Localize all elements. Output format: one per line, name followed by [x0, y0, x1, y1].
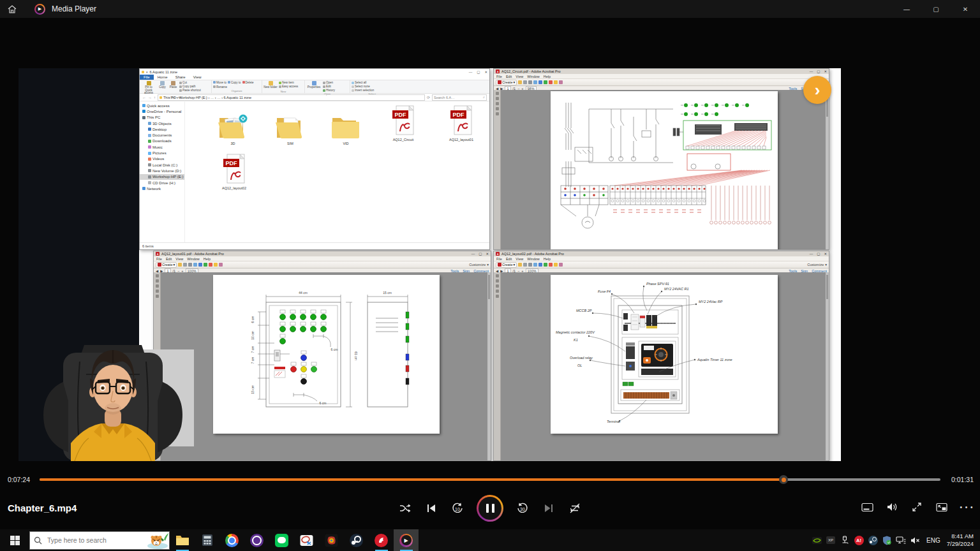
paste-shortcut-button[interactable]: Paste shortcut [179, 89, 201, 92]
menu-file[interactable]: File [156, 257, 162, 261]
taskbar-media-player[interactable]: ▶ [394, 529, 419, 551]
defender-tray-icon[interactable] [882, 535, 892, 545]
search-input[interactable] [46, 536, 131, 545]
sidebar-item-onedrive[interactable]: OneDrive - Personal [140, 108, 184, 114]
sidebar-item-network[interactable]: Network [140, 186, 184, 191]
menu-file[interactable]: File [496, 257, 502, 261]
email-icon[interactable] [193, 263, 197, 267]
shuffle-button[interactable] [398, 501, 412, 515]
acrobat-maximize[interactable]: ▢ [479, 252, 482, 256]
taskbar-obs[interactable] [244, 529, 269, 551]
stamp-icon[interactable] [209, 263, 212, 267]
menu-edit[interactable]: Edit [506, 75, 512, 78]
stamp-icon[interactable] [549, 263, 553, 267]
usb-tray-icon[interactable] [840, 535, 850, 545]
comment-icon[interactable] [544, 263, 547, 267]
tab-view[interactable]: View [189, 75, 205, 80]
clock[interactable]: 8:41 AM 7/29/2024 [947, 533, 976, 548]
progress-thumb[interactable] [779, 475, 788, 484]
taskbar-game-app[interactable] [319, 529, 344, 551]
sidebar-item-this-pc[interactable]: This PC [140, 115, 184, 121]
copy-to-button[interactable]: Copy to [228, 81, 241, 84]
forward-icon[interactable]: → [148, 96, 152, 99]
file-folder-sim[interactable]: SIM [264, 106, 317, 145]
fullscreen-button[interactable] [910, 500, 924, 514]
paste-button[interactable]: Paste [168, 81, 178, 89]
pause-button[interactable] [477, 495, 503, 522]
acrobat-maximize[interactable]: ▢ [817, 70, 820, 73]
comment-icon[interactable] [204, 263, 207, 267]
acrobat-minimize[interactable]: — [810, 70, 813, 73]
close-button[interactable]: ✕ [951, 0, 980, 18]
signature-icon[interactable] [559, 263, 563, 267]
select-all-button[interactable]: Select all [352, 81, 374, 84]
maximize-button[interactable]: ▢ [921, 0, 951, 18]
sidebar-item-quick-access[interactable]: Quick access [140, 103, 184, 108]
highlight-icon[interactable] [214, 263, 218, 267]
print-icon[interactable] [528, 80, 532, 84]
acrobat-close[interactable]: ✕ [824, 252, 827, 256]
stamp-icon[interactable] [549, 80, 553, 84]
acrobat-document-area[interactable] [494, 90, 829, 249]
open-icon[interactable] [518, 80, 522, 84]
open-icon[interactable] [178, 263, 182, 267]
save-icon[interactable] [183, 263, 187, 267]
file-folder-3d[interactable]: 3D [206, 106, 260, 145]
taskbar-screentogif[interactable] [294, 529, 319, 551]
volume-muted-tray-icon[interactable] [910, 535, 920, 545]
save-icon[interactable] [523, 80, 527, 84]
print-icon[interactable] [528, 263, 532, 267]
tab-file[interactable]: File [140, 75, 154, 80]
create-button[interactable]: Create▾ [156, 262, 177, 268]
menu-help[interactable]: Help [204, 257, 211, 261]
highlight-icon[interactable] [554, 80, 558, 84]
taskbar-chrome[interactable] [219, 529, 244, 551]
tab-home[interactable]: Home [154, 75, 172, 80]
scrollbar[interactable] [487, 272, 491, 460]
breadcrumb[interactable]: This PC › Workshop-HP (E:) › … › … › 6.A… [158, 94, 425, 101]
acrobat-minimize[interactable]: — [471, 252, 475, 256]
file-pdf-layout02[interactable]: PDF AQ12_layout02 [207, 151, 261, 190]
scrollbar[interactable] [826, 90, 829, 249]
signature-icon[interactable] [559, 80, 563, 84]
skip-back-10-button[interactable]: 10 [450, 501, 464, 515]
explorer-minimize[interactable]: — [469, 70, 473, 74]
steam-tray-icon[interactable] [868, 535, 878, 545]
repeat-off-button[interactable] [568, 501, 582, 515]
menu-help[interactable]: Help [544, 257, 551, 261]
menu-edit[interactable]: Edit [166, 257, 172, 261]
nvidia-tray-icon[interactable] [812, 535, 822, 545]
file-pdf-layout01[interactable]: PDF AQ12_layout01 [434, 102, 488, 142]
taskbar-search[interactable] [29, 531, 170, 550]
mini-player-button[interactable] [935, 500, 949, 514]
select-none-button[interactable]: Select none [352, 85, 374, 88]
share-icon[interactable] [538, 80, 542, 84]
network-tray-icon[interactable] [896, 535, 906, 545]
explorer-search-box[interactable]: Search 6.A… ⌕ [432, 94, 487, 101]
back-icon[interactable]: ← [142, 96, 146, 99]
create-button[interactable]: Create▾ [496, 262, 517, 268]
menu-help[interactable]: Help [544, 75, 551, 78]
menu-window[interactable]: Window [527, 75, 540, 78]
easy-access-button[interactable]: Easy access [279, 85, 298, 88]
refresh-icon[interactable]: ⟳ [427, 95, 430, 99]
language-indicator[interactable]: ENG [924, 537, 943, 544]
sidebar-item-local-disk-c[interactable]: Local Disk (C:) [140, 162, 184, 168]
delete-button[interactable]: Delete [242, 81, 254, 84]
menu-view[interactable]: View [175, 257, 183, 261]
anydesk-tray-icon[interactable]: A! [854, 535, 864, 545]
xppen-tray-icon[interactable]: XP [826, 535, 836, 545]
seek-bar[interactable] [40, 478, 940, 481]
customize-button[interactable]: Customize▾ [469, 263, 489, 267]
explorer-close[interactable]: ✕ [484, 70, 487, 74]
email-icon[interactable] [533, 80, 537, 84]
up-icon[interactable]: ↑ [154, 96, 156, 99]
previous-button[interactable] [424, 501, 438, 515]
copy-button[interactable]: Copy [158, 81, 167, 89]
minimize-button[interactable]: — [892, 0, 921, 18]
signature-icon[interactable] [219, 263, 223, 267]
acrobat-close[interactable]: ✕ [486, 252, 489, 256]
menu-view[interactable]: View [516, 257, 523, 261]
sidebar-item-workshop-e[interactable]: Workshop-HP (E:) [140, 174, 184, 180]
next-overlay-button[interactable]: › [803, 76, 831, 104]
